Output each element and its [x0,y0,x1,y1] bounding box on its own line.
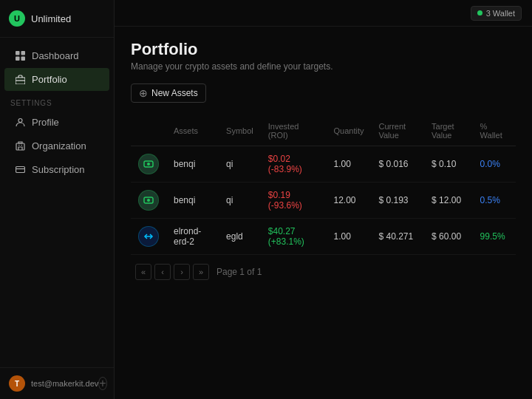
prev-page-button[interactable]: ‹ [154,264,171,280]
asset-icon [138,226,159,247]
svg-point-15 [147,199,150,202]
col-roi: Invested (ROI) [261,116,327,146]
new-assets-button[interactable]: ⊕ New Assets [131,83,206,103]
page-title: Portfolio [131,40,516,59]
col-quantity: Quantity [326,116,371,146]
settings-section-label: SETTINGS [0,92,114,110]
asset-icon [138,190,159,211]
last-page-button[interactable]: » [193,264,209,280]
card-icon [15,165,25,175]
plus-icon: ⊕ [139,87,148,99]
table-row: elrond-erd-2 egld $40.27 (+83.1%) 1.00 $… [131,219,516,255]
wallet-badge: 3 Wallet [471,6,522,21]
sidebar-item-subscription[interactable]: Subscription [4,158,109,181]
sidebar-logo: U Unlimited [0,0,114,38]
sidebar-item-portfolio-label: Portfolio [32,74,67,85]
briefcase-icon [15,75,25,85]
page-content: Portfolio Manage your crypto assets and … [115,27,532,399]
page-subtitle: Manage your crypto assets and define you… [131,61,516,72]
user-email: test@makerkit.dev [31,379,98,388]
cell-asset: elrond-erd-2 [166,219,219,255]
cell-symbol: qi [219,183,261,219]
cell-roi: $40.27 (+83.1%) [261,219,327,255]
sidebar-item-dashboard[interactable]: Dashboard [4,44,109,67]
table-header-row: Assets Symbol Invested (ROI) Quantity Cu… [131,116,516,146]
svg-rect-3 [21,57,25,61]
table-row: benqi qi $0.02 (-83.9%) 1.00 $ 0.016 $ 0… [131,146,516,183]
sidebar-item-organization-label: Organization [32,140,86,151]
col-current-value: Current Value [371,116,424,146]
svg-rect-0 [16,51,20,55]
col-assets: Assets [166,116,219,146]
cell-symbol: qi [219,146,261,183]
sidebar-nav: Dashboard Portfolio SETTINGS Profile [0,38,114,367]
sidebar-user: T test@makerkit.dev [9,375,98,392]
cell-current-value: $ 0.193 [371,183,424,219]
top-bar: 3 Wallet [115,0,532,27]
col-symbol: Symbol [219,116,261,146]
cell-roi: $0.19 (-93.6%) [261,183,327,219]
col-wallet-pct: % Wallet [473,116,516,146]
sidebar-item-dashboard-label: Dashboard [32,50,79,61]
main-content: 3 Wallet Portfolio Manage your crypto as… [115,0,532,399]
cell-asset: benqi [166,183,219,219]
new-assets-label: New Assets [151,88,198,98]
cell-target-value: $ 0.10 [424,146,472,183]
cell-wallet-pct: 0.5% [473,183,516,219]
sidebar-item-profile[interactable]: Profile [4,111,109,134]
grid-icon [15,51,25,61]
cell-icon [131,183,166,219]
pagination: « ‹ › » Page 1 of 1 [131,255,516,280]
next-page-button[interactable]: › [174,264,190,280]
building-icon [15,141,25,151]
cell-symbol: egld [219,219,261,255]
cell-quantity: 1.00 [326,219,371,255]
table-row: benqi qi $0.19 (-93.6%) 12.00 $ 0.193 $ … [131,183,516,219]
first-page-button[interactable]: « [135,264,151,280]
cell-icon [131,146,166,183]
cell-quantity: 1.00 [326,146,371,183]
svg-rect-1 [21,51,25,55]
sidebar-bottom: T test@makerkit.dev + [0,367,114,399]
sidebar-item-organization[interactable]: Organization [4,134,109,157]
portfolio-table: Assets Symbol Invested (ROI) Quantity Cu… [131,116,516,255]
svg-rect-2 [16,57,20,61]
svg-rect-10 [16,167,24,173]
cell-roi: $0.02 (-83.9%) [261,146,327,183]
cell-current-value: $ 0.016 [371,146,424,183]
sidebar-item-subscription-label: Subscription [32,164,85,175]
page-info: Page 1 of 1 [216,267,262,277]
svg-point-6 [18,119,22,123]
cell-icon [131,219,166,255]
asset-icon [138,154,159,174]
svg-point-13 [147,163,150,166]
wallet-status-dot [477,10,482,16]
cell-quantity: 12.00 [326,183,371,219]
cell-current-value: $ 40.271 [371,219,424,255]
avatar: T [9,375,25,392]
col-target-value: Target Value [424,116,472,146]
person-icon [15,117,25,128]
cell-target-value: $ 60.00 [424,219,472,255]
cell-wallet-pct: 99.5% [473,219,516,255]
cell-asset: benqi [166,146,219,183]
sidebar-item-portfolio[interactable]: Portfolio [4,68,109,91]
sidebar-item-profile-label: Profile [32,117,59,128]
sidebar: U Unlimited Dashboard [0,0,115,399]
wallet-label: 3 Wallet [486,9,515,18]
col-icon [131,116,166,146]
cell-wallet-pct: 0.0% [473,146,516,183]
cell-target-value: $ 12.00 [424,183,472,219]
sidebar-logo-text: Unlimited [31,13,71,24]
logo-icon: U [9,10,25,27]
add-button[interactable]: + [98,377,106,390]
